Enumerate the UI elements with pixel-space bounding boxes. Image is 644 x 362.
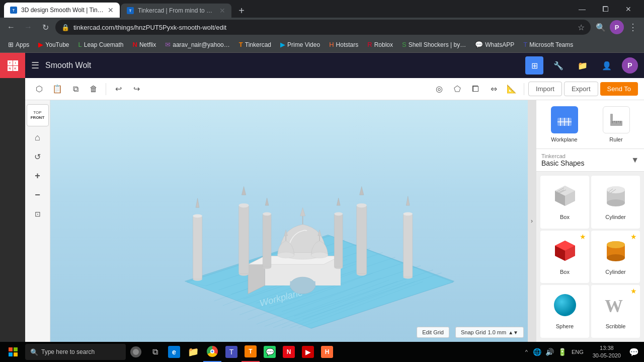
start-button[interactable]: [2, 342, 24, 362]
bookmark-teams[interactable]: T Microsoft Teams: [519, 39, 577, 50]
bookmark-hotstars[interactable]: H Hotstars: [325, 39, 362, 50]
fit-button[interactable]: ⊡: [30, 206, 46, 222]
import-button[interactable]: Import: [528, 82, 562, 96]
edit-grid-button[interactable]: Edit Grid: [417, 327, 449, 338]
align-icon[interactable]: ◎: [431, 81, 447, 97]
profile-button[interactable]: P: [610, 20, 624, 34]
redo-button[interactable]: ↪: [128, 81, 144, 97]
url-bar[interactable]: 🔒 tinkercad.com/things/hnzPUT5Pyxk-smoot…: [55, 20, 591, 35]
bookmark-leap[interactable]: L Leap Cuemath: [74, 39, 128, 50]
ruler-button[interactable]: Ruler: [592, 106, 640, 142]
tab-title-active: 3D design Smooth Wolt | Tinker…: [21, 7, 104, 14]
view-cube[interactable]: TOP FRONT: [27, 104, 49, 126]
shape-sphere-blue[interactable]: Sphere: [540, 285, 589, 338]
close-button[interactable]: ✕: [617, 0, 640, 18]
send-to-button[interactable]: Send To: [600, 82, 638, 96]
shape-cylinder-grey[interactable]: Cylinder: [591, 176, 640, 229]
bookmark-whatsapp[interactable]: 💬 WhatsAPP: [471, 39, 518, 50]
delete-button[interactable]: 🗑: [86, 81, 102, 97]
ruler-tool[interactable]: 📐: [504, 81, 520, 97]
back-button[interactable]: ←: [4, 20, 18, 34]
cortana-button[interactable]: [127, 342, 145, 362]
battery-icon[interactable]: 🔋: [557, 347, 568, 357]
copy-button[interactable]: ⬡: [31, 81, 47, 97]
network-icon[interactable]: 🌐: [532, 347, 542, 357]
forward-button[interactable]: →: [21, 20, 35, 34]
taskbar-app6[interactable]: 💬: [261, 342, 279, 362]
clock[interactable]: 13:38 30-05-2020: [589, 344, 625, 360]
hamburger-menu[interactable]: ☰: [31, 60, 39, 71]
taskbar-app7[interactable]: N: [280, 342, 298, 362]
app-main: ☰ Smooth Wolt ⊞ 🔧 📁 👤 P ⬡ 📋 ⧉ 🗑 ↩ ↪ ◎ ⬠ …: [25, 53, 644, 342]
shape-box-red[interactable]: ★ Box: [540, 231, 589, 283]
shape-box-grey[interactable]: Box: [540, 176, 589, 229]
tab-close-active[interactable]: ✕: [108, 6, 114, 14]
bookmark-netflix[interactable]: N Netflix: [128, 39, 160, 50]
task-view-button[interactable]: ⧉: [146, 342, 164, 362]
maximize-button[interactable]: ⧠: [594, 0, 617, 18]
taskbar-app9[interactable]: H: [318, 342, 336, 362]
taskbar-app8[interactable]: ▶: [299, 342, 317, 362]
minimize-button[interactable]: —: [571, 0, 594, 18]
volume-icon[interactable]: 🔊: [544, 347, 555, 357]
build-button[interactable]: 🔧: [549, 56, 568, 75]
paste-button[interactable]: 📋: [49, 81, 65, 97]
bookmark-shell[interactable]: S Shell Shockers | by…: [398, 39, 470, 50]
svg-rect-72: [610, 114, 613, 121]
svg-point-44: [239, 203, 249, 207]
shape-scribble[interactable]: ★ W Scribble: [591, 285, 640, 338]
menu-button[interactable]: ⋮: [626, 20, 640, 34]
taskbar-tinkercad[interactable]: T: [242, 342, 260, 362]
bookmark-roblox[interactable]: R Roblox: [363, 39, 397, 50]
export-button[interactable]: Export: [564, 82, 598, 96]
snap-grid-control[interactable]: Snap Grid 1.0 mm ▲▼: [455, 327, 524, 338]
undo-button[interactable]: ↩: [110, 81, 126, 97]
zoom-in-button[interactable]: +: [30, 168, 46, 184]
tab-inactive[interactable]: T Tinkercad | From mind to desig… ✕: [121, 4, 231, 18]
address-bar: ← → ↻ 🔒 tinkercad.com/things/hnzPUT5Pyxk…: [0, 18, 644, 37]
clock-time: 13:38: [600, 344, 614, 352]
tinkercad-bm-icon: T: [239, 41, 243, 48]
bookmark-prime[interactable]: ▶ Prime Video: [276, 39, 324, 50]
collapse-handle[interactable]: ›: [528, 100, 536, 342]
bookmark-email[interactable]: ✉ aarav_nair@yahoo…: [161, 39, 234, 50]
tab-active[interactable]: T 3D design Smooth Wolt | Tinker… ✕: [4, 3, 120, 18]
orbit-button[interactable]: ↺: [30, 149, 46, 165]
workplane-button[interactable]: Workplane: [540, 106, 588, 142]
ruler-label: Ruler: [609, 136, 622, 142]
shape-cylinder-orange[interactable]: ★ Cylinder: [591, 231, 640, 283]
transform-tool[interactable]: ⧠: [467, 81, 484, 97]
taskbar-teams[interactable]: T: [222, 342, 240, 362]
taskbar-explorer[interactable]: 📁: [184, 342, 202, 362]
shape-selector[interactable]: Tinkercad Basic Shapes ▼: [536, 149, 644, 172]
new-tab-button[interactable]: +: [234, 4, 249, 18]
zoom-out-button[interactable]: −: [30, 187, 46, 203]
search-icon[interactable]: 🔍: [594, 20, 608, 34]
home-view-button[interactable]: ⌂: [30, 129, 46, 146]
show-hidden-icons[interactable]: ^: [523, 348, 530, 356]
teams-icon: T: [523, 41, 527, 48]
bookmark-tinkercad[interactable]: T Tinkercad: [235, 39, 275, 50]
avatar-button[interactable]: P: [622, 57, 638, 74]
bookmark-apps[interactable]: ⊞ Apps: [4, 39, 33, 50]
star-icon[interactable]: ☆: [578, 23, 585, 32]
bookmark-youtube[interactable]: ▶ YouTube: [34, 39, 73, 50]
tinkercad-logo[interactable]: T I N K: [0, 53, 25, 78]
grid-view-button[interactable]: ⊞: [525, 56, 543, 75]
notification-button[interactable]: 💬: [626, 342, 642, 362]
selector-value: Basic Shapes: [541, 159, 631, 167]
user-plus-button[interactable]: 👤: [598, 56, 616, 75]
reload-button[interactable]: ↻: [38, 20, 52, 34]
shape-tool[interactable]: ⬠: [449, 81, 465, 97]
tab-close-inactive[interactable]: ✕: [219, 7, 225, 15]
svg-marker-57: [360, 186, 364, 195]
viewport[interactable]: Workplane: [50, 100, 528, 342]
lang-indicator[interactable]: ENG: [570, 348, 586, 356]
taskbar-edge[interactable]: e: [165, 342, 183, 362]
mirror-tool[interactable]: ⇔: [486, 81, 502, 97]
duplicate-button[interactable]: ⧉: [67, 81, 84, 97]
netflix-icon: N: [132, 41, 137, 48]
search-bar[interactable]: 🔍 Type here to search: [25, 344, 126, 360]
gallery-button[interactable]: 📁: [574, 56, 592, 75]
taskbar-chrome[interactable]: [203, 342, 221, 362]
